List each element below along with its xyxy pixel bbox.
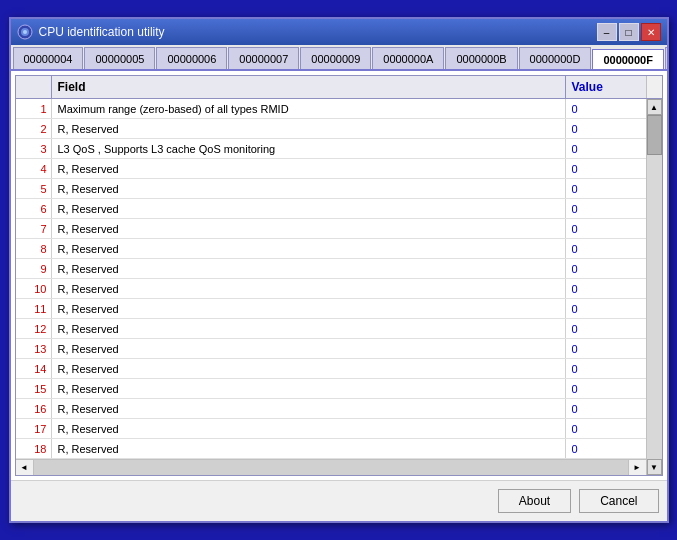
table-row[interactable]: 6R, Reserved0 <box>16 199 646 219</box>
horizontal-scrollbar[interactable]: ◄ ► <box>16 459 646 475</box>
tab-00000004[interactable]: 00000004 <box>13 47 84 69</box>
hscroll-right-button[interactable]: ► <box>628 460 646 475</box>
header-field: Field <box>52 76 566 98</box>
tab-0000000F[interactable]: 0000000F <box>592 49 664 71</box>
table-row[interactable]: 13R, Reserved0 <box>16 339 646 359</box>
tab-0000000A[interactable]: 0000000A <box>372 47 444 69</box>
window-title: CPU identification utility <box>39 25 165 39</box>
row-value: 0 <box>566 419 646 438</box>
table-wrapper: 1Maximum range (zero-based) of all types… <box>16 99 662 475</box>
row-value: 0 <box>566 279 646 298</box>
table-row[interactable]: 12R, Reserved0 <box>16 319 646 339</box>
row-field: R, Reserved <box>52 299 566 318</box>
row-value: 0 <box>566 399 646 418</box>
row-number: 12 <box>16 319 52 338</box>
table-row[interactable]: 15R, Reserved0 <box>16 379 646 399</box>
table-row[interactable]: 17R, Reserved0 <box>16 419 646 439</box>
maximize-button[interactable]: □ <box>619 23 639 41</box>
table-row[interactable]: 8R, Reserved0 <box>16 239 646 259</box>
row-field: R, Reserved <box>52 419 566 438</box>
row-number: 2 <box>16 119 52 138</box>
row-value: 0 <box>566 339 646 358</box>
row-value: 0 <box>566 359 646 378</box>
minimize-button[interactable]: – <box>597 23 617 41</box>
row-value: 0 <box>566 199 646 218</box>
header-scrollbar-space <box>646 76 662 98</box>
table-row[interactable]: 9R, Reserved0 <box>16 259 646 279</box>
content-area: Field Value 1Maximum range (zero-based) … <box>11 71 667 480</box>
cpu-icon <box>17 24 33 40</box>
row-number: 14 <box>16 359 52 378</box>
tab-00000006[interactable]: 00000006 <box>156 47 227 69</box>
tab-0000000B[interactable]: 0000000B <box>445 47 517 69</box>
header-value: Value <box>566 76 646 98</box>
row-field: R, Reserved <box>52 439 566 458</box>
row-field: R, Reserved <box>52 259 566 278</box>
table-row[interactable]: 3L3 QoS , Supports L3 cache QoS monitori… <box>16 139 646 159</box>
row-number: 16 <box>16 399 52 418</box>
hscroll-left-button[interactable]: ◄ <box>16 460 34 475</box>
row-field: R, Reserved <box>52 339 566 358</box>
about-button[interactable]: About <box>498 489 571 513</box>
row-number: 9 <box>16 259 52 278</box>
row-number: 1 <box>16 99 52 118</box>
vscroll-up-button[interactable]: ▲ <box>647 99 662 115</box>
close-button[interactable]: ✕ <box>641 23 661 41</box>
row-value: 0 <box>566 139 646 158</box>
row-field: R, Reserved <box>52 199 566 218</box>
data-table: Field Value 1Maximum range (zero-based) … <box>15 75 663 476</box>
row-number: 8 <box>16 239 52 258</box>
table-main: 1Maximum range (zero-based) of all types… <box>16 99 646 475</box>
table-row[interactable]: 16R, Reserved0 <box>16 399 646 419</box>
row-field: R, Reserved <box>52 279 566 298</box>
row-value: 0 <box>566 119 646 138</box>
row-number: 7 <box>16 219 52 238</box>
title-buttons: – □ ✕ <box>597 23 661 41</box>
tab-00000005[interactable]: 00000005 <box>84 47 155 69</box>
row-field: R, Reserved <box>52 219 566 238</box>
table-row[interactable]: 10R, Reserved0 <box>16 279 646 299</box>
table-row[interactable]: 5R, Reserved0 <box>16 179 646 199</box>
tab-0000000D[interactable]: 0000000D <box>519 47 592 69</box>
row-field: Maximum range (zero-based) of all types … <box>52 99 566 118</box>
title-bar: CPU identification utility – □ ✕ <box>11 19 667 45</box>
table-row[interactable]: 7R, Reserved0 <box>16 219 646 239</box>
row-number: 11 <box>16 299 52 318</box>
cancel-button[interactable]: Cancel <box>579 489 658 513</box>
vscroll-thumb[interactable] <box>647 115 662 155</box>
table-row[interactable]: 18R, Reserved0 <box>16 439 646 459</box>
tab-00000007[interactable]: 00000007 <box>228 47 299 69</box>
row-number: 17 <box>16 419 52 438</box>
row-value: 0 <box>566 439 646 458</box>
row-field: R, Reserved <box>52 159 566 178</box>
table-row[interactable]: 4R, Reserved0 <box>16 159 646 179</box>
header-num <box>16 76 52 98</box>
row-number: 13 <box>16 339 52 358</box>
row-field: R, Reserved <box>52 119 566 138</box>
row-number: 5 <box>16 179 52 198</box>
row-field: R, Reserved <box>52 239 566 258</box>
table-row[interactable]: 14R, Reserved0 <box>16 359 646 379</box>
row-value: 0 <box>566 319 646 338</box>
table-row[interactable]: 11R, Reserved0 <box>16 299 646 319</box>
table-row[interactable]: 1Maximum range (zero-based) of all types… <box>16 99 646 119</box>
row-field: L3 QoS , Supports L3 cache QoS monitorin… <box>52 139 566 158</box>
tab-00000009[interactable]: 00000009 <box>300 47 371 69</box>
row-number: 15 <box>16 379 52 398</box>
table-row[interactable]: 2R, Reserved0 <box>16 119 646 139</box>
row-value: 0 <box>566 299 646 318</box>
vscroll-down-button[interactable]: ▼ <box>647 459 662 475</box>
vscroll-track[interactable] <box>647 115 662 459</box>
tab-00000010[interactable]: 00000010 <box>665 47 667 69</box>
row-number: 10 <box>16 279 52 298</box>
row-value: 0 <box>566 219 646 238</box>
row-value: 0 <box>566 259 646 278</box>
hscroll-track[interactable] <box>34 460 628 475</box>
row-value: 0 <box>566 179 646 198</box>
row-field: R, Reserved <box>52 179 566 198</box>
vertical-scrollbar[interactable]: ▲ ▼ <box>646 99 662 475</box>
row-value: 0 <box>566 239 646 258</box>
row-field: R, Reserved <box>52 319 566 338</box>
svg-point-2 <box>23 30 27 34</box>
table-body[interactable]: 1Maximum range (zero-based) of all types… <box>16 99 646 459</box>
